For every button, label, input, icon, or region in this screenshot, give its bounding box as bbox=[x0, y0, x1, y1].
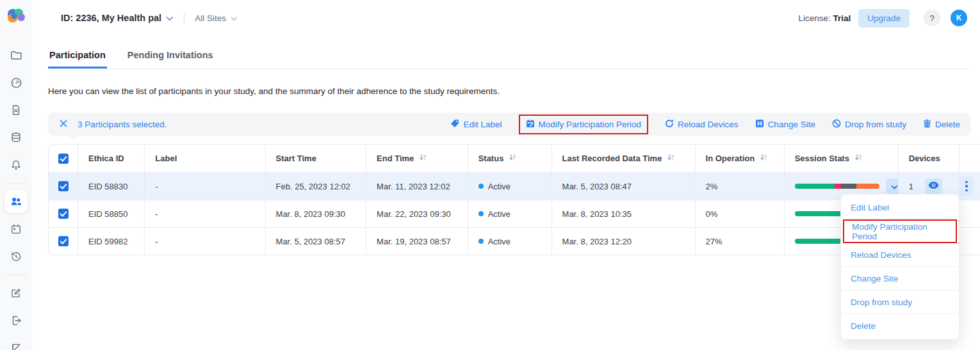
sort-icon bbox=[509, 154, 517, 163]
database-icon bbox=[10, 132, 22, 143]
sort-icon bbox=[667, 154, 675, 163]
chevron-down-icon bbox=[231, 12, 238, 24]
upgrade-button[interactable]: Upgrade bbox=[858, 9, 910, 28]
eye-icon bbox=[928, 181, 939, 191]
edit-label-action[interactable]: Edit Label bbox=[450, 119, 502, 130]
sort-icon bbox=[419, 154, 427, 163]
hospital-icon bbox=[755, 119, 764, 130]
compose-icon bbox=[10, 287, 22, 299]
tab-participation[interactable]: Participation bbox=[48, 45, 107, 68]
menu-item-reload-devices[interactable]: Reload Devices bbox=[841, 243, 959, 267]
cell-ethica-id: EID 58850 bbox=[78, 200, 145, 227]
folder-icon bbox=[10, 49, 22, 61]
session-stats-expand-button[interactable] bbox=[886, 179, 899, 194]
cell-in-operation: 27% bbox=[696, 227, 785, 255]
header-end-time[interactable]: End Time bbox=[366, 145, 468, 172]
cell-status: Active bbox=[468, 227, 552, 255]
slash-circle-icon bbox=[832, 119, 841, 130]
sidebar-divider bbox=[6, 274, 26, 275]
row-checkbox[interactable] bbox=[58, 209, 69, 219]
study-selector[interactable]: ID: 2236, My Health pal bbox=[61, 12, 174, 24]
bulk-actions: Edit Label Modify Participation Period R… bbox=[450, 115, 960, 134]
menu-item-edit-label[interactable]: Edit Label bbox=[841, 196, 959, 219]
calendar-icon bbox=[10, 223, 22, 235]
selection-bar: 3 Participants selected. Edit Label Modi… bbox=[48, 113, 970, 136]
selection-count-text: 3 Participants selected. bbox=[78, 120, 167, 129]
header-actions bbox=[960, 145, 980, 172]
reload-devices-action[interactable]: Reload Devices bbox=[665, 119, 739, 130]
tag-icon bbox=[450, 119, 459, 130]
cell-label: - bbox=[145, 172, 265, 200]
users-icon bbox=[10, 195, 22, 208]
cell-start-time: Mar. 5, 2023 08:57 bbox=[266, 227, 367, 255]
delete-action[interactable]: Delete bbox=[923, 119, 960, 130]
sidebar-nav bbox=[4, 44, 28, 350]
sidebar-item-dashboard[interactable] bbox=[4, 71, 28, 94]
header-ethica-id: Ethica ID bbox=[78, 145, 145, 172]
row-menu-button[interactable] bbox=[960, 177, 974, 196]
session-stats-bar bbox=[795, 184, 879, 189]
sidebar-item-export[interactable] bbox=[4, 309, 28, 332]
header-start-time: Start Time bbox=[266, 145, 367, 172]
app-window: ID: 2236, My Health pal All Sites Licens… bbox=[0, 0, 980, 350]
sidebar-item-history[interactable] bbox=[4, 245, 28, 268]
history-icon bbox=[10, 251, 22, 262]
header-status[interactable]: Status bbox=[468, 145, 552, 172]
status-active-dot bbox=[478, 239, 484, 244]
table-header-row: Ethica ID Label Start Time End Time Stat… bbox=[49, 145, 980, 172]
menu-item-change-site[interactable]: Change Site bbox=[841, 267, 959, 290]
view-devices-button[interactable] bbox=[925, 179, 942, 194]
sidebar-item-analytics[interactable] bbox=[4, 337, 28, 350]
page-description: Here you can view the list of participan… bbox=[48, 86, 970, 96]
chevron-down-icon bbox=[166, 12, 174, 24]
cell-row-menu bbox=[960, 200, 980, 227]
menu-item-modify-participation-period[interactable]: Modify Participation Period bbox=[843, 219, 957, 243]
row-checkbox[interactable] bbox=[58, 181, 69, 191]
sidebar-item-sessions[interactable] bbox=[4, 218, 28, 241]
cell-last-recorded: Mar. 8, 2023 10:35 bbox=[552, 200, 696, 227]
cell-end-time: Mar. 11, 2023 12:02 bbox=[366, 172, 468, 200]
cell-in-operation: 2% bbox=[696, 172, 785, 200]
tab-pending-invitations[interactable]: Pending Invitations bbox=[126, 45, 215, 68]
sidebar-item-participants[interactable] bbox=[4, 190, 28, 213]
study-selector-label: ID: 2236, My Health pal bbox=[61, 13, 161, 23]
header-in-operation[interactable]: In Operation bbox=[696, 145, 785, 172]
help-button[interactable]: ? bbox=[924, 10, 940, 26]
cell-end-time: Mar. 22, 2023 09:30 bbox=[366, 200, 468, 227]
sort-icon bbox=[760, 154, 768, 163]
chevron-down-icon bbox=[891, 182, 898, 191]
row-checkbox[interactable] bbox=[58, 236, 69, 246]
sort-icon bbox=[854, 154, 863, 163]
sidebar-item-consent[interactable] bbox=[4, 282, 28, 305]
cell-row-menu bbox=[960, 172, 980, 200]
tab-bar: Participation Pending Invitations bbox=[48, 45, 970, 69]
license-text: License: Trial bbox=[798, 13, 851, 23]
status-active-dot bbox=[478, 211, 484, 216]
header-session-stats[interactable]: Session Stats bbox=[785, 145, 899, 172]
sidebar-item-data[interactable] bbox=[4, 126, 28, 149]
sites-selector[interactable]: All Sites bbox=[195, 12, 238, 24]
file-icon bbox=[10, 104, 22, 116]
cell-label: - bbox=[145, 227, 265, 255]
modify-participation-period-action[interactable]: Modify Participation Period bbox=[519, 115, 649, 134]
exit-arrow-icon bbox=[10, 315, 22, 326]
cell-start-time: Mar. 8, 2023 09:30 bbox=[266, 200, 367, 227]
sidebar-item-surveys[interactable] bbox=[4, 99, 28, 122]
select-all-checkbox[interactable] bbox=[58, 154, 69, 164]
clear-selection-button[interactable] bbox=[58, 118, 69, 131]
sidebar-item-studies[interactable] bbox=[4, 44, 28, 67]
header-last-recorded[interactable]: Last Recorded Data Time bbox=[552, 145, 696, 172]
menu-item-drop-from-study[interactable]: Drop from study bbox=[841, 290, 959, 314]
bell-icon bbox=[10, 159, 22, 171]
sidebar-item-notifications[interactable] bbox=[4, 154, 28, 177]
cell-status: Active bbox=[468, 200, 552, 227]
header-devices: Devices bbox=[899, 145, 960, 172]
trash-icon bbox=[923, 119, 931, 130]
close-icon bbox=[60, 120, 67, 129]
status-active-dot bbox=[478, 184, 484, 189]
change-site-action[interactable]: Change Site bbox=[755, 119, 815, 130]
menu-item-delete[interactable]: Delete bbox=[841, 314, 959, 338]
drop-from-study-action[interactable]: Drop from study bbox=[832, 119, 906, 130]
avatar[interactable]: K bbox=[951, 10, 967, 26]
sidebar bbox=[0, 0, 32, 350]
